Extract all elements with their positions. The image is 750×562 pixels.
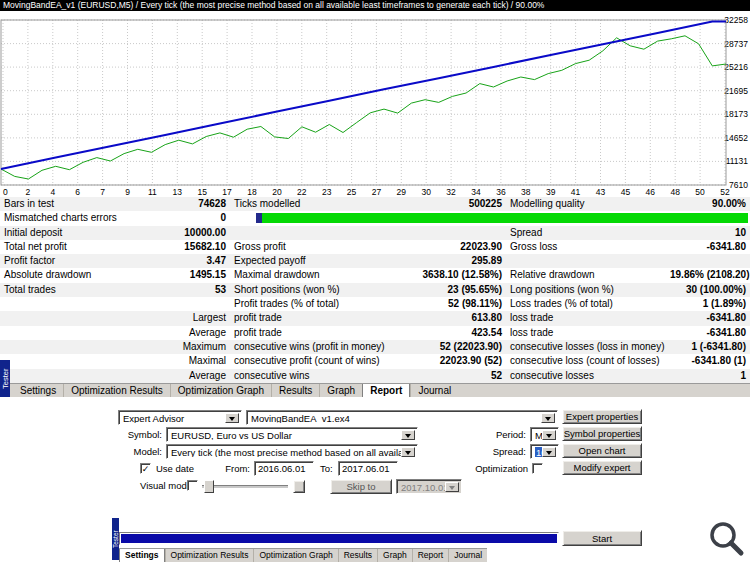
visual-mode-checkbox[interactable] bbox=[187, 480, 198, 491]
tab-settings[interactable]: Settings bbox=[119, 549, 165, 562]
spread-combo[interactable]: 10 bbox=[530, 444, 559, 459]
chevron-down-icon[interactable] bbox=[401, 430, 415, 440]
progress-fill bbox=[121, 534, 557, 543]
report-value: 3.47 bbox=[120, 254, 230, 268]
svg-text:27: 27 bbox=[372, 187, 382, 197]
svg-text:6: 6 bbox=[75, 187, 80, 197]
svg-text:18173: 18173 bbox=[724, 109, 748, 119]
report-value: Largest bbox=[120, 311, 230, 325]
svg-text:23: 23 bbox=[322, 187, 332, 197]
svg-text:48: 48 bbox=[670, 187, 680, 197]
report-label: consecutive losses (loss in money) bbox=[506, 340, 666, 354]
report-label: Spread bbox=[506, 226, 666, 240]
tab-settings[interactable]: Settings bbox=[13, 384, 63, 397]
svg-text:17: 17 bbox=[222, 187, 232, 197]
svg-text:15: 15 bbox=[197, 187, 207, 197]
svg-text:18: 18 bbox=[247, 187, 257, 197]
expert-properties-button[interactable]: Expert properties bbox=[562, 409, 642, 424]
chevron-down-icon[interactable] bbox=[542, 447, 556, 457]
svg-text:2: 2 bbox=[26, 187, 31, 197]
chevron-down-icon[interactable] bbox=[401, 447, 415, 457]
svg-text:28737: 28737 bbox=[724, 39, 748, 49]
report-label: Profit trades (% of total) bbox=[230, 297, 414, 311]
visual-mode-label: Visual mode bbox=[140, 479, 192, 493]
from-label: From: bbox=[220, 462, 250, 476]
svg-text:13: 13 bbox=[173, 187, 183, 197]
optimization-checkbox[interactable] bbox=[532, 463, 543, 474]
tab-results[interactable]: Results bbox=[338, 549, 377, 562]
tab-optimization-graph[interactable]: Optimization Graph bbox=[253, 549, 337, 562]
open-chart-button[interactable]: Open chart bbox=[562, 443, 642, 458]
skip-to-button[interactable]: Skip to bbox=[330, 479, 392, 494]
to-date-field[interactable]: 2017.06.01 bbox=[338, 461, 398, 476]
report-value: 53 bbox=[120, 283, 230, 297]
chevron-down-icon[interactable] bbox=[541, 413, 555, 423]
report-value: 1 (1.89%) bbox=[666, 297, 750, 311]
use-date-checkbox[interactable]: ✓ bbox=[140, 463, 151, 474]
svg-text:34: 34 bbox=[471, 187, 481, 197]
tester-panel-caption-small[interactable]: Tester bbox=[112, 518, 119, 560]
svg-text:36: 36 bbox=[496, 187, 506, 197]
report-label: profit trade bbox=[230, 326, 414, 340]
mt4-strategy-tester-window: MovingBandEA_v1 (EURUSD,M5) / Every tick… bbox=[0, 0, 750, 562]
tab-graph[interactable]: Graph bbox=[377, 549, 412, 562]
report-label bbox=[0, 354, 120, 368]
svg-text:25216: 25216 bbox=[724, 62, 748, 72]
from-date-field[interactable]: 2016.06.01 bbox=[254, 461, 314, 476]
tab-results[interactable]: Results bbox=[271, 384, 319, 397]
visual-speed-button[interactable] bbox=[293, 480, 305, 493]
magnifier-icon[interactable] bbox=[708, 520, 746, 558]
model-label: Model: bbox=[110, 445, 162, 459]
tab-report[interactable]: Report bbox=[362, 384, 410, 397]
tab-report[interactable]: Report bbox=[412, 549, 449, 562]
model-value: Every tick (the most precise method base… bbox=[171, 447, 402, 457]
report-label: Gross loss bbox=[506, 240, 666, 254]
period-combo[interactable]: M5 bbox=[530, 427, 559, 442]
svg-text:43: 43 bbox=[596, 187, 606, 197]
spread-label: Spread: bbox=[478, 445, 526, 459]
tab-graph[interactable]: Graph bbox=[319, 384, 362, 397]
expert-type-combo[interactable]: Expert Advisor bbox=[118, 410, 242, 425]
report-label: Long positions (won %) bbox=[506, 283, 666, 297]
symbol-properties-button[interactable]: Symbol properties bbox=[562, 426, 642, 441]
visual-speed-slider[interactable] bbox=[202, 480, 288, 491]
chevron-down-icon[interactable] bbox=[225, 413, 239, 423]
report-value: 30 (100.00%) bbox=[666, 283, 750, 297]
report-value: 1 (-6341.80) bbox=[666, 340, 750, 354]
expert-name-combo[interactable]: MovingBandEA_v1.ex4 bbox=[246, 410, 558, 425]
report-value: 90.00% bbox=[666, 197, 750, 211]
expert-type-value: Expert Advisor bbox=[123, 413, 226, 423]
symbol-combo[interactable]: EURUSD, Euro vs US Dollar bbox=[166, 427, 418, 442]
report-value: 0 bbox=[120, 211, 230, 225]
tab-optimization-results[interactable]: Optimization Results bbox=[165, 549, 254, 562]
svg-text:30: 30 bbox=[421, 187, 431, 197]
tab-journal[interactable]: Journal bbox=[410, 384, 458, 397]
tester-panel-caption[interactable]: Tester bbox=[0, 360, 10, 397]
svg-text:41: 41 bbox=[571, 187, 581, 197]
modify-expert-button[interactable]: Modify expert bbox=[562, 460, 642, 475]
report-value: 1495.15 bbox=[120, 268, 230, 282]
report-value: 52 (22023.90) bbox=[414, 340, 506, 354]
expert-name-value: MovingBandEA_v1.ex4 bbox=[251, 413, 542, 423]
symbol-value: EURUSD, Euro vs US Dollar bbox=[171, 430, 402, 440]
start-button[interactable]: Start bbox=[562, 530, 642, 546]
chevron-down-icon[interactable] bbox=[542, 430, 556, 440]
tab-optimization-graph[interactable]: Optimization Graph bbox=[170, 384, 271, 397]
report-label: Bars in test bbox=[0, 197, 120, 211]
report-value: 10000.00 bbox=[120, 226, 230, 240]
report-label bbox=[506, 254, 666, 268]
slider-thumb[interactable] bbox=[204, 480, 214, 493]
tab-journal[interactable]: Journal bbox=[448, 549, 487, 562]
report-value: Maximum bbox=[120, 340, 230, 354]
tab-optimization-results[interactable]: Optimization Results bbox=[63, 384, 170, 397]
progress-bar bbox=[119, 532, 559, 545]
report-label: Gross profit bbox=[230, 240, 414, 254]
svg-text:39: 39 bbox=[546, 187, 556, 197]
optimization-label: Optimization bbox=[468, 462, 528, 476]
report-value: 3638.10 (12.58%) bbox=[414, 268, 506, 282]
model-combo[interactable]: Every tick (the most precise method base… bbox=[166, 444, 418, 459]
report-label: consecutive wins (profit in money) bbox=[230, 340, 414, 354]
svg-text:32258: 32258 bbox=[724, 15, 748, 25]
report-value: -6341.80 bbox=[666, 311, 750, 325]
svg-text:7610: 7610 bbox=[729, 180, 748, 190]
